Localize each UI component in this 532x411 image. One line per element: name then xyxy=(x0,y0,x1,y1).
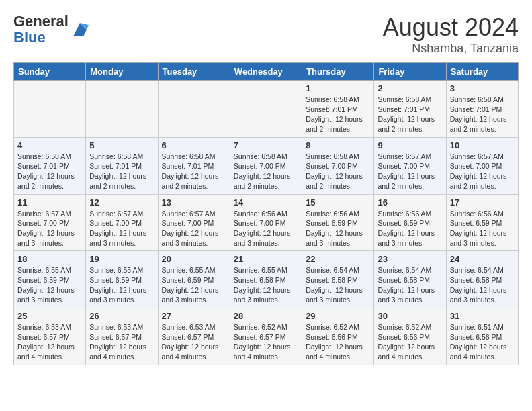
day-info: Sunrise: 6:52 AM Sunset: 6:56 PM Dayligh… xyxy=(306,322,370,362)
day-info: Sunrise: 6:58 AM Sunset: 7:00 PM Dayligh… xyxy=(234,152,298,191)
calendar-week-row: 18Sunrise: 6:55 AM Sunset: 6:59 PM Dayli… xyxy=(14,251,519,308)
day-info: Sunrise: 6:53 AM Sunset: 6:57 PM Dayligh… xyxy=(162,322,226,362)
calendar-cell: 26Sunrise: 6:53 AM Sunset: 6:57 PM Dayli… xyxy=(86,308,158,365)
day-number: 19 xyxy=(89,254,154,264)
day-info: Sunrise: 6:52 AM Sunset: 6:57 PM Dayligh… xyxy=(234,322,298,362)
calendar-cell: 11Sunrise: 6:57 AM Sunset: 7:00 PM Dayli… xyxy=(14,194,86,251)
day-number: 7 xyxy=(234,140,298,150)
day-number: 9 xyxy=(378,140,442,150)
day-number: 22 xyxy=(306,254,370,264)
day-info: Sunrise: 6:54 AM Sunset: 6:58 PM Dayligh… xyxy=(378,265,442,305)
weekday-header: Wednesday xyxy=(230,63,302,81)
day-info: Sunrise: 6:54 AM Sunset: 6:58 PM Dayligh… xyxy=(306,265,370,305)
calendar-cell: 14Sunrise: 6:56 AM Sunset: 7:00 PM Dayli… xyxy=(230,194,302,251)
day-info: Sunrise: 6:54 AM Sunset: 6:58 PM Dayligh… xyxy=(450,265,515,305)
calendar-cell: 31Sunrise: 6:51 AM Sunset: 6:56 PM Dayli… xyxy=(446,308,518,365)
logo-blue: Blue xyxy=(13,29,46,46)
calendar-cell: 25Sunrise: 6:53 AM Sunset: 6:57 PM Dayli… xyxy=(14,308,86,365)
day-number: 18 xyxy=(17,254,82,264)
day-number: 21 xyxy=(234,254,298,264)
day-number: 8 xyxy=(306,140,370,150)
day-info: Sunrise: 6:57 AM Sunset: 7:00 PM Dayligh… xyxy=(17,209,82,248)
calendar-cell: 21Sunrise: 6:55 AM Sunset: 6:58 PM Dayli… xyxy=(230,251,302,308)
day-number: 26 xyxy=(89,311,154,321)
day-number: 31 xyxy=(450,311,515,321)
weekday-header: Thursday xyxy=(302,63,374,81)
day-info: Sunrise: 6:53 AM Sunset: 6:57 PM Dayligh… xyxy=(17,322,82,362)
calendar-week-row: 11Sunrise: 6:57 AM Sunset: 7:00 PM Dayli… xyxy=(14,194,519,251)
calendar-cell xyxy=(230,81,302,138)
calendar-week-row: 4Sunrise: 6:58 AM Sunset: 7:01 PM Daylig… xyxy=(14,137,519,194)
calendar-cell: 2Sunrise: 6:58 AM Sunset: 7:01 PM Daylig… xyxy=(374,81,446,138)
day-info: Sunrise: 6:57 AM Sunset: 7:00 PM Dayligh… xyxy=(378,152,442,191)
day-info: Sunrise: 6:56 AM Sunset: 7:00 PM Dayligh… xyxy=(234,209,298,248)
day-number: 16 xyxy=(378,197,442,208)
calendar-cell xyxy=(14,81,86,138)
day-number: 17 xyxy=(450,197,515,208)
calendar-cell: 17Sunrise: 6:56 AM Sunset: 6:59 PM Dayli… xyxy=(446,194,518,251)
logo-general: General xyxy=(13,13,69,30)
weekday-header: Sunday xyxy=(14,63,86,81)
calendar-cell: 24Sunrise: 6:54 AM Sunset: 6:58 PM Dayli… xyxy=(446,251,518,308)
day-info: Sunrise: 6:58 AM Sunset: 7:01 PM Dayligh… xyxy=(17,152,82,191)
calendar-cell: 4Sunrise: 6:58 AM Sunset: 7:01 PM Daylig… xyxy=(14,137,86,194)
day-info: Sunrise: 6:58 AM Sunset: 7:01 PM Dayligh… xyxy=(162,152,226,191)
weekday-header: Saturday xyxy=(446,63,518,81)
day-number: 2 xyxy=(378,83,442,93)
day-number: 13 xyxy=(162,197,226,208)
calendar-cell: 3Sunrise: 6:58 AM Sunset: 7:01 PM Daylig… xyxy=(446,81,518,138)
page: General Blue August 2024 Nshamba, Tanzan… xyxy=(0,0,532,379)
day-info: Sunrise: 6:58 AM Sunset: 7:01 PM Dayligh… xyxy=(306,95,370,134)
day-info: Sunrise: 6:57 AM Sunset: 7:00 PM Dayligh… xyxy=(450,152,515,191)
weekday-header: Tuesday xyxy=(158,63,230,81)
title-area: August 2024 Nshamba, Tanzania xyxy=(383,13,519,56)
day-number: 14 xyxy=(234,197,298,208)
calendar-cell: 22Sunrise: 6:54 AM Sunset: 6:58 PM Dayli… xyxy=(302,251,374,308)
day-number: 6 xyxy=(162,140,226,150)
weekday-header: Friday xyxy=(374,63,446,81)
weekday-header: Monday xyxy=(86,63,158,81)
calendar-cell: 8Sunrise: 6:58 AM Sunset: 7:00 PM Daylig… xyxy=(302,137,374,194)
day-number: 28 xyxy=(234,311,298,321)
sub-title: Nshamba, Tanzania xyxy=(383,42,519,56)
logo: General Blue xyxy=(13,13,90,46)
calendar-cell: 15Sunrise: 6:56 AM Sunset: 6:59 PM Dayli… xyxy=(302,194,374,251)
day-info: Sunrise: 6:55 AM Sunset: 6:59 PM Dayligh… xyxy=(17,265,82,305)
day-info: Sunrise: 6:52 AM Sunset: 6:56 PM Dayligh… xyxy=(378,322,442,362)
calendar-cell: 9Sunrise: 6:57 AM Sunset: 7:00 PM Daylig… xyxy=(374,137,446,194)
calendar-week-row: 25Sunrise: 6:53 AM Sunset: 6:57 PM Dayli… xyxy=(14,308,519,365)
calendar-cell: 12Sunrise: 6:57 AM Sunset: 7:00 PM Dayli… xyxy=(86,194,158,251)
day-info: Sunrise: 6:58 AM Sunset: 7:01 PM Dayligh… xyxy=(378,95,442,134)
day-info: Sunrise: 6:57 AM Sunset: 7:00 PM Dayligh… xyxy=(162,209,226,248)
calendar-cell: 13Sunrise: 6:57 AM Sunset: 7:00 PM Dayli… xyxy=(158,194,230,251)
day-info: Sunrise: 6:55 AM Sunset: 6:59 PM Dayligh… xyxy=(162,265,226,305)
day-number: 27 xyxy=(162,311,226,321)
day-info: Sunrise: 6:58 AM Sunset: 7:01 PM Dayligh… xyxy=(450,95,515,134)
day-info: Sunrise: 6:56 AM Sunset: 6:59 PM Dayligh… xyxy=(378,209,442,248)
day-info: Sunrise: 6:56 AM Sunset: 6:59 PM Dayligh… xyxy=(450,209,515,248)
day-number: 24 xyxy=(450,254,515,264)
day-info: Sunrise: 6:58 AM Sunset: 7:01 PM Dayligh… xyxy=(89,152,154,191)
calendar-cell: 29Sunrise: 6:52 AM Sunset: 6:56 PM Dayli… xyxy=(302,308,374,365)
calendar-cell: 23Sunrise: 6:54 AM Sunset: 6:58 PM Dayli… xyxy=(374,251,446,308)
day-number: 5 xyxy=(89,140,154,150)
day-info: Sunrise: 6:56 AM Sunset: 6:59 PM Dayligh… xyxy=(306,209,370,248)
day-number: 20 xyxy=(162,254,226,264)
calendar-cell: 18Sunrise: 6:55 AM Sunset: 6:59 PM Dayli… xyxy=(14,251,86,308)
day-number: 1 xyxy=(306,83,370,93)
calendar-cell: 6Sunrise: 6:58 AM Sunset: 7:01 PM Daylig… xyxy=(158,137,230,194)
day-number: 30 xyxy=(378,311,442,321)
calendar-cell: 7Sunrise: 6:58 AM Sunset: 7:00 PM Daylig… xyxy=(230,137,302,194)
day-info: Sunrise: 6:51 AM Sunset: 6:56 PM Dayligh… xyxy=(450,322,515,362)
calendar-cell: 20Sunrise: 6:55 AM Sunset: 6:59 PM Dayli… xyxy=(158,251,230,308)
calendar-cell: 27Sunrise: 6:53 AM Sunset: 6:57 PM Dayli… xyxy=(158,308,230,365)
day-info: Sunrise: 6:53 AM Sunset: 6:57 PM Dayligh… xyxy=(89,322,154,362)
day-number: 3 xyxy=(450,83,515,93)
day-info: Sunrise: 6:57 AM Sunset: 7:00 PM Dayligh… xyxy=(89,209,154,248)
calendar-cell: 30Sunrise: 6:52 AM Sunset: 6:56 PM Dayli… xyxy=(374,308,446,365)
calendar-cell: 19Sunrise: 6:55 AM Sunset: 6:59 PM Dayli… xyxy=(86,251,158,308)
calendar-cell: 16Sunrise: 6:56 AM Sunset: 6:59 PM Dayli… xyxy=(374,194,446,251)
calendar-cell: 28Sunrise: 6:52 AM Sunset: 6:57 PM Dayli… xyxy=(230,308,302,365)
day-info: Sunrise: 6:55 AM Sunset: 6:59 PM Dayligh… xyxy=(89,265,154,305)
main-title: August 2024 xyxy=(383,13,519,42)
